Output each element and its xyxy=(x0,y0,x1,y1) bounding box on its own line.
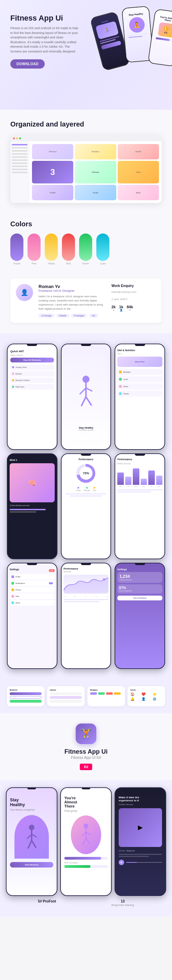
video-info: 12 min · Beginner xyxy=(119,850,162,852)
screen-hiit: Quick HIIT Today's Workout View All Work… xyxy=(8,344,57,449)
mind-image: 🧠 xyxy=(10,463,55,502)
video-bar xyxy=(119,854,162,855)
stat-label-2: Responsive Stacking xyxy=(111,904,134,906)
author-section: 👤 Roman Yv Freelance UI/UX Designer Hell… xyxy=(0,275,172,333)
phone-notch xyxy=(135,454,145,456)
chevron-right-icon: › xyxy=(52,595,53,597)
desktop-card-1: Workout xyxy=(32,144,73,159)
svg-line-11 xyxy=(28,840,32,848)
phone-notch xyxy=(82,788,90,789)
svg-point-7 xyxy=(29,825,34,830)
bar-item: Mon xyxy=(117,473,124,487)
list-item: Privacy › xyxy=(10,587,55,592)
chart-labels: Jan Mar Jun Sep Dec xyxy=(64,596,109,597)
hero-section: Fitness App Ui Fitness is an iOS and And… xyxy=(0,0,172,110)
sidebar-item xyxy=(12,144,27,145)
minimize-dot xyxy=(16,137,18,139)
settings-icon xyxy=(11,601,14,604)
swatch-yellow xyxy=(45,234,58,261)
label-responsive: 13 Responsive Stacking xyxy=(111,899,134,906)
list-item: About › xyxy=(10,600,55,606)
hiit-btn: View All Workouts xyxy=(10,358,54,363)
desktop-card-6: Stats xyxy=(117,161,159,184)
comp-card-badges: Badges xyxy=(87,686,125,706)
wave-chart-svg xyxy=(64,575,109,593)
color-swatch-pink: Pink xyxy=(27,234,40,265)
screen-performance-wave: Performance November Jan Mar Jun Sep xyxy=(61,563,111,668)
brand-tagline: Fitness App UI Kit xyxy=(71,756,101,759)
diet-item-label: Dinner xyxy=(123,385,128,388)
brand-icon: 🏋️ xyxy=(76,724,96,744)
mind-text: 10 Best Mindset exercises xyxy=(10,504,55,507)
diet-item-label: Breakfast xyxy=(123,371,130,373)
bar xyxy=(66,493,106,495)
diet-banner: Meal Plan xyxy=(117,356,162,367)
video-controls: ▶ xyxy=(119,860,162,865)
performance-chart xyxy=(64,575,109,593)
play-button[interactable]: ▶ xyxy=(119,860,124,865)
text: Stay Healthy xyxy=(125,12,147,16)
phone-notch xyxy=(81,454,91,456)
final-labels: 5# ProFont 13 Responsive Stacking xyxy=(5,896,167,906)
almost-sub: Keep going! xyxy=(64,810,108,812)
desktop-header xyxy=(10,135,162,141)
settings-title: Settings xyxy=(10,568,19,571)
svg-line-4 xyxy=(82,397,86,406)
final-phone-almost: You'reAlmostThere Keep going! xyxy=(60,787,112,896)
phone-figure: 🏆 xyxy=(158,22,172,38)
input-field-3 xyxy=(50,700,82,703)
figure-title: Stay Healthy xyxy=(79,426,93,429)
sidebar-item xyxy=(12,150,27,151)
stats-title: Settings xyxy=(117,568,162,571)
color-swatch-red: Red xyxy=(62,234,75,265)
phone-settings: Settings Edit Profile › Notifications xyxy=(7,563,58,669)
sidebar-item xyxy=(12,153,27,154)
desktop-card-9: Mind xyxy=(117,185,159,200)
organized-section: Organized and layered Workout xyxy=(0,110,172,213)
hero-phones: 🏃 Stay Healthy 🧘 You're Almost There xyxy=(69,3,172,106)
bar xyxy=(128,33,147,36)
button-outline xyxy=(10,696,42,699)
progress-track xyxy=(126,862,162,863)
comp-card-buttons: Buttons xyxy=(7,686,44,706)
dot xyxy=(12,386,14,388)
button-green xyxy=(10,700,42,703)
screen-video: Make it take theexperience to it Healthy… xyxy=(115,788,166,895)
color-label-cyan: Cyan xyxy=(100,262,106,265)
download-button[interactable]: DOWNLOAD xyxy=(10,59,45,68)
screen-performance-bar: Performance Weekly Summary Mon Tue xyxy=(115,454,164,559)
stats-number: 1,234 xyxy=(119,574,160,579)
layer-label: 1 year shift © xyxy=(111,298,156,301)
stat-label-views: 👁 xyxy=(129,309,131,311)
bar xyxy=(117,492,151,492)
screen-almost-there: You'reAlmostThere Keep going! xyxy=(61,788,111,895)
desktop-card-2: Nutrition xyxy=(75,144,116,159)
list-item: Notifications xyxy=(10,581,55,586)
stat-num-followers: 1k xyxy=(119,305,123,309)
label-item: Cardio xyxy=(76,487,81,492)
almost-figure xyxy=(71,815,101,854)
phone-inner: Make it take theexperience to it Healthy… xyxy=(115,788,166,895)
fitness-icon: 🏋️ xyxy=(80,728,92,739)
phone-notch xyxy=(135,563,145,565)
components-section: Buttons Inputs Badges Icons 🏠 ❤️ xyxy=(0,679,172,713)
bar-item: Thu xyxy=(141,479,147,487)
dot xyxy=(12,379,14,381)
close-dot xyxy=(13,137,15,139)
svg-point-6 xyxy=(103,579,105,581)
desktop-mockup: Workout Nutrition Health 3 Settings Stat… xyxy=(10,135,162,203)
phone-diet: Diet & Nutrition Day 2 Meal Plan Breakfa… xyxy=(114,344,165,450)
diet-icon xyxy=(119,378,122,380)
author-role: Freelance UI/UX Designer xyxy=(39,289,106,293)
perf-donut: 72% xyxy=(76,464,95,483)
badges-group xyxy=(90,692,122,695)
phone-notch xyxy=(27,344,37,346)
hiit-sub: Today's Workout xyxy=(10,354,54,356)
color-swatch-cyan: Cyan xyxy=(96,234,109,265)
stats-card: 1,234 Calories Burned xyxy=(117,572,162,583)
decorative xyxy=(101,20,108,22)
progress xyxy=(156,37,172,41)
text: You're Almost There xyxy=(156,15,172,23)
colors-grid: Purple Pink Yellow Red Green Cyan xyxy=(10,234,162,265)
stat-num-appreciations: 2k xyxy=(111,305,116,309)
